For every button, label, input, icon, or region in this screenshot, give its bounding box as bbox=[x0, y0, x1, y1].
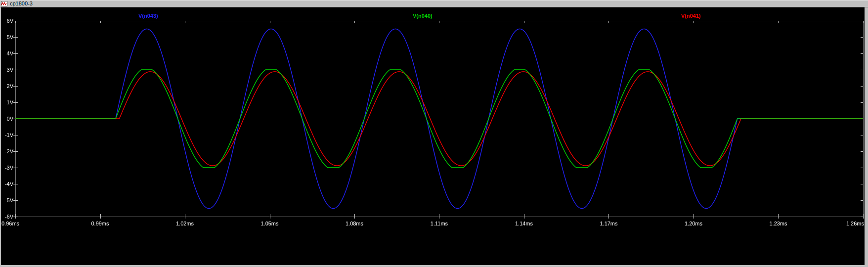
waveform-plot[interactable] bbox=[0, 0, 868, 267]
y-tick-label: 3V bbox=[0, 67, 13, 73]
x-tick-label: 1.08ms bbox=[346, 221, 363, 226]
window-border-left bbox=[0, 7, 1, 267]
window-border-bottom bbox=[0, 265, 868, 267]
y-tick-label: -4V bbox=[0, 181, 13, 187]
x-tick-label: 0.99ms bbox=[91, 221, 109, 226]
x-tick-label: 1.23ms bbox=[769, 221, 787, 226]
window-title: cp1800-3 bbox=[10, 1, 33, 6]
waveform-viewer-window: cp1800-3 V(n043) V(n040) V(n041) 6V5V4V3… bbox=[0, 0, 868, 267]
y-tick-label: 4V bbox=[0, 50, 13, 56]
x-tick-label: 1.17ms bbox=[600, 221, 617, 226]
y-tick-label: -1V bbox=[0, 132, 13, 138]
x-tick-label: 1.20ms bbox=[685, 221, 702, 226]
x-tick-label: 1.11ms bbox=[431, 221, 448, 226]
trace-label-vn041[interactable]: V(n041) bbox=[681, 13, 701, 19]
x-tick-label: 1.05ms bbox=[260, 221, 278, 226]
x-tick-label: 0.96ms bbox=[1, 221, 19, 226]
y-tick-label: 5V bbox=[0, 34, 13, 40]
trace-label-vn043[interactable]: V(n043) bbox=[138, 13, 158, 19]
y-tick-label: -5V bbox=[0, 197, 13, 203]
window-border-right bbox=[865, 7, 868, 267]
titlebar[interactable]: cp1800-3 bbox=[0, 0, 868, 7]
x-tick-label: 1.14ms bbox=[515, 221, 533, 226]
y-tick-label: -6V bbox=[0, 214, 13, 220]
y-tick-label: 2V bbox=[0, 83, 13, 89]
x-tick-label: 1.26ms bbox=[846, 221, 864, 226]
y-tick-label: -3V bbox=[0, 165, 13, 171]
trace-label-vn040[interactable]: V(n040) bbox=[413, 13, 433, 19]
x-tick-label: 1.02ms bbox=[176, 221, 194, 226]
y-tick-label: 1V bbox=[0, 99, 13, 105]
y-tick-label: 0V bbox=[0, 116, 13, 122]
y-tick-label: -2V bbox=[0, 148, 13, 154]
y-tick-label: 6V bbox=[0, 18, 13, 24]
window-icon bbox=[1, 1, 7, 6]
